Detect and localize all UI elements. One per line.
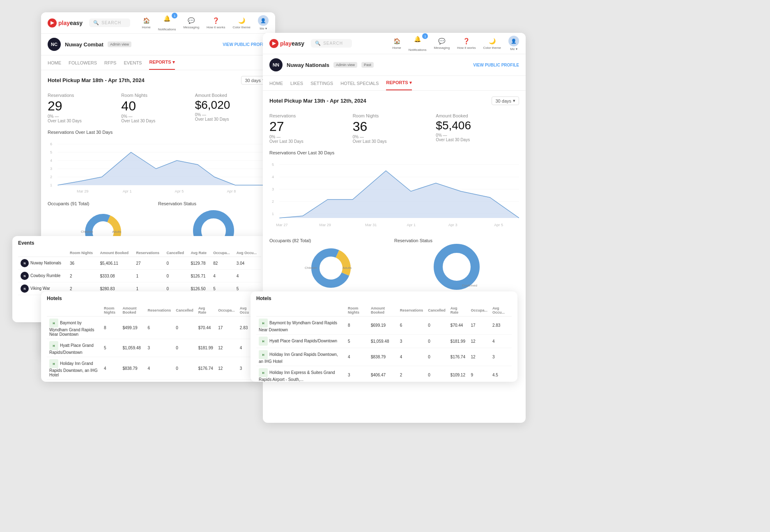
list-item: HHoliday Inn Grand Rapids Downtown, an I… — [256, 348, 512, 366]
hotel-name: HHyatt Place Grand Rapids/Downtown — [256, 335, 345, 348]
back-nav-home[interactable]: 🏠 Home — [142, 16, 150, 29]
hotel-reservations: 6 — [145, 316, 174, 339]
front-nav-notifications[interactable]: 🔔 1 Notifications — [409, 35, 427, 52]
front-stat-room-nights: Room Nights 36 0% — Over Last 30 Days — [353, 113, 436, 144]
front-nav-messaging[interactable]: 💬 Messaging — [434, 37, 450, 50]
hotel-amount: $1,059.48 — [120, 339, 145, 357]
tab-events[interactable]: EVENTS — [124, 56, 142, 69]
hotel-avgocc: 3 — [490, 348, 512, 366]
col-event-avgocc: Avg Occu... — [234, 249, 261, 257]
hotel-name: HHoliday Inn Grand Rapids Downtown, an I… — [47, 357, 101, 380]
col-hotel-can-b: Cancelled — [173, 305, 196, 316]
hotel-avgrate: $181.99 — [196, 339, 216, 357]
hotel-roomnights: 5 — [101, 339, 120, 357]
hotel-cancelled: 0 — [425, 348, 448, 366]
back-search[interactable]: 🔍 SEARCH — [89, 18, 130, 27]
back-search-label: SEARCH — [101, 21, 121, 25]
front-tab-nav: HOME LIKES SETTINGS HOTEL SPECIALS REPOR… — [263, 76, 526, 91]
hotel-name: HBaymont by Wyndham Grand Rapids Near Do… — [256, 316, 345, 335]
event-amount: $333.08 — [97, 270, 133, 282]
back-admin-badge: Admin view — [108, 41, 131, 47]
front-tab-likes[interactable]: LIKES — [290, 77, 303, 90]
back-nav-how[interactable]: ❓ How it works — [207, 16, 225, 29]
hotel-avgocc: 4.5 — [490, 366, 512, 382]
back-nav-notifications[interactable]: 🔔 1 Notifications — [158, 14, 176, 31]
back-room-nights-value: 40 — [121, 99, 195, 112]
hotel-avgrate: $109.12 — [196, 380, 216, 382]
tab-rfps[interactable]: RFPS — [104, 56, 116, 69]
tab-followers[interactable]: FOLLOWERS — [69, 56, 97, 69]
event-reservations: 27 — [133, 257, 164, 270]
front-logo-icon: ▶ — [269, 39, 278, 48]
hotel-roomnights: 4 — [101, 357, 120, 380]
hotel-reservations: 2 — [398, 366, 426, 382]
back-status-title: Reservation Status — [158, 201, 269, 206]
front-tab-reports[interactable]: REPORTS ▾ — [386, 76, 411, 90]
back-stat-amount: Amount Booked $6,020 0% — Over Last 30 D… — [195, 93, 269, 123]
front-nav-bar: ▶ playeasy 🔍 SEARCH 🏠 Home 🔔 1 Notificat… — [263, 33, 526, 54]
hotel-roomnights: 8 — [101, 316, 120, 339]
back-nav-me[interactable]: 👤 Me ▾ — [258, 15, 269, 30]
front-amount-label: Amount Booked — [436, 113, 519, 118]
front-notification-badge: 1 — [422, 33, 428, 39]
front-avatar-icon: 👤 — [508, 36, 519, 46]
back-hotels-section: Hotels Room Nights Amount Booked Reserva… — [41, 291, 259, 382]
front-tab-hotel-specials[interactable]: HOTEL SPECIALS — [340, 77, 379, 90]
messaging-icon: 💬 — [187, 16, 195, 25]
tab-home[interactable]: HOME — [48, 56, 61, 69]
hotel-amount: $406.47 — [120, 380, 145, 382]
svg-text:Apr 8: Apr 8 — [227, 189, 236, 193]
back-nav-theme[interactable]: 🌙 Color theme — [232, 16, 251, 29]
tab-reports[interactable]: REPORTS ▾ — [149, 55, 175, 70]
hotel-reservations: 4 — [398, 348, 426, 366]
back-view-public[interactable]: VIEW PUBLIC PROFILE — [223, 42, 269, 47]
back-hotels-title: Hotels — [47, 296, 253, 301]
col-hotel-rn-b: Room Nights — [101, 305, 120, 316]
col-hotel-res-f: Reservations — [398, 305, 426, 316]
svg-text:4: 4 — [272, 175, 274, 179]
svg-text:1: 1 — [50, 183, 52, 187]
hotel-occupants: 9 — [468, 366, 490, 382]
front-hotels-table: Room Nights Amount Booked Reservations C… — [256, 305, 512, 382]
front-nav-home[interactable]: 🏠 Home — [392, 37, 401, 50]
svg-text:6: 6 — [50, 142, 52, 146]
hotel-roomnights: 5 — [345, 335, 368, 348]
front-view-public[interactable]: VIEW PUBLIC PROFILE — [473, 63, 519, 67]
svg-text:Mar 27: Mar 27 — [276, 223, 287, 227]
hotel-amount: $1,059.48 — [368, 335, 398, 348]
hotel-name: HHoliday Inn Express & Suites Grand Rapi… — [256, 366, 345, 382]
hotel-roomnights: 8 — [345, 316, 368, 335]
back-occupants-title: Occupants (91 Total) — [48, 201, 158, 206]
hotel-reservations: 6 — [398, 316, 426, 335]
front-theme-icon: 🌙 — [488, 37, 496, 45]
hotel-avgocc: 2.83 — [490, 316, 512, 335]
event-cancelled: 0 — [164, 270, 188, 282]
scene: ▶ playeasy 🔍 SEARCH 🏠 Home 🔔 1 Notificat… — [0, 0, 770, 532]
svg-text:Adults: Adults — [112, 230, 121, 234]
hotel-cancelled: 0 — [425, 335, 448, 348]
list-item: NCowboy Rumble 2 $333.08 1 0 $126.71 4 4 — [18, 270, 261, 282]
hotel-amount: $838.79 — [368, 348, 398, 366]
event-amount: $5,406.11 — [97, 257, 133, 270]
hotel-avgocc: 4 — [490, 335, 512, 348]
hotel-occupants: 17 — [468, 316, 490, 335]
front-search[interactable]: 🔍 SEARCH — [311, 39, 352, 48]
back-nav-messaging[interactable]: 💬 Messaging — [183, 16, 199, 29]
front-logo: ▶ playeasy — [269, 39, 304, 48]
front-nav-how[interactable]: ❓ How it works — [457, 37, 476, 50]
how-icon: ❓ — [212, 16, 220, 25]
event-avgocc: 4 — [234, 270, 261, 282]
col-event-reservations: Reservations — [133, 249, 164, 257]
front-occupants-donut: Children Adults — [269, 246, 394, 291]
back-team-logo: NC — [48, 38, 61, 51]
back-chart-title: Reservations Over Last 30 Days — [48, 127, 269, 135]
events-table: Room Nights Amount Booked Reservations C… — [18, 249, 261, 295]
front-nav-theme[interactable]: 🌙 Color theme — [483, 37, 501, 50]
front-days-select[interactable]: 30 days ▾ — [492, 96, 519, 105]
list-item: HHoliday Inn Grand Rapids Downtown, an I… — [47, 357, 253, 380]
front-tab-settings[interactable]: SETTINGS — [310, 77, 333, 90]
hotel-roomnights: 3 — [101, 380, 120, 382]
front-tab-home[interactable]: HOME — [269, 77, 283, 90]
front-team-name: Nuway Nationals — [287, 62, 329, 68]
front-nav-me[interactable]: 👤 Me ▾ — [508, 36, 519, 51]
